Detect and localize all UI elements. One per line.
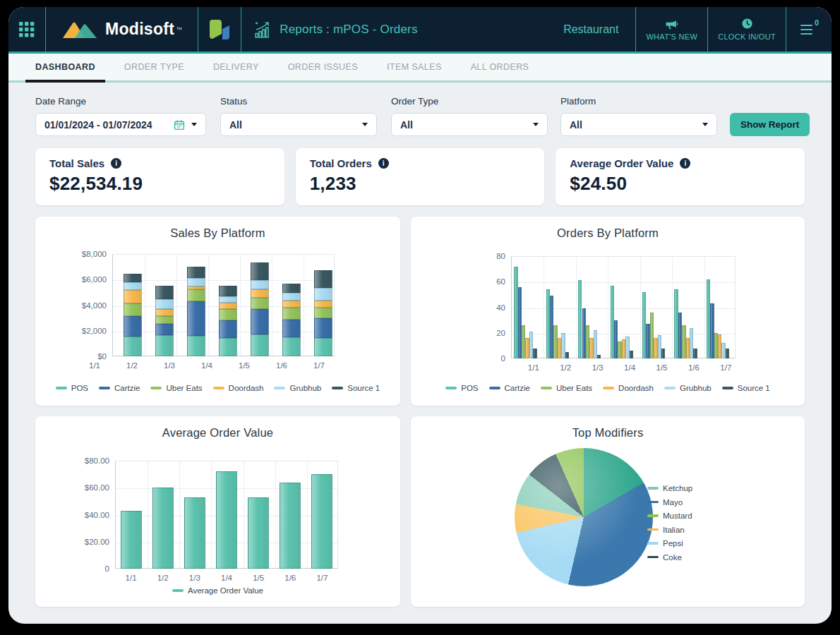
legend-item-italian[interactable]: Italian [647,526,692,534]
legend-item-source-1[interactable]: Source 1 [722,384,770,392]
legend-label: POS [71,384,88,392]
orders-by-platform-chart: Orders By Platform 8060402001/11/21/31/4… [411,217,805,406]
bar-segment-grubhub [155,299,174,309]
whats-new-button[interactable]: WHAT'S NEW [635,7,707,52]
legend-item-doordash[interactable]: Doordash [213,384,264,392]
bar-segment-pos [282,337,301,356]
legend-swatch-icon [722,387,733,389]
store-name[interactable]: Restaurant [546,7,635,52]
total-orders-label: Total Orders [310,157,372,169]
bar-segment-doordash [251,289,269,298]
clock-in-out-button[interactable]: CLOCK IN/OUT [707,7,786,52]
x-axis-tick: 1/2 [126,361,138,370]
legend-item-grubhub[interactable]: Grubhub [664,384,712,392]
app-window: Modisoft ™ Reports : mPOS - Orders Resta… [8,7,832,624]
legend-label: Italian [663,526,685,534]
total-orders-value: 1,233 [310,173,531,195]
modisoft-logo[interactable]: Modisoft ™ [46,7,198,52]
legend-label: Uber Eats [556,384,592,392]
legend-swatch-icon [56,387,67,389]
legend-item-pepsi[interactable]: Pepsi [647,539,692,548]
info-icon[interactable] [680,158,690,169]
y-axis-tick: $8,000 [63,250,107,258]
x-axis-tick: 1/3 [592,363,604,372]
brand-name: Modisoft [105,20,174,39]
tab-order-type[interactable]: ORDER TYPE [124,54,184,80]
bar-segment-pos [155,335,174,356]
info-icon[interactable] [378,158,389,169]
tab-item-sales[interactable]: ITEM SALES [387,54,442,80]
date-caret-icon [191,123,197,126]
legend-item-mustard[interactable]: Mustard [647,512,692,520]
total-sales-value: $22,534.19 [49,173,270,195]
bar-segment-doordash [124,290,142,303]
legend-item-average-order-value[interactable]: Average Order Value [172,586,263,595]
stat-cards: Total Sales $22,534.19 Total Orders 1,23… [35,148,805,205]
legend-item-ketchup[interactable]: Ketchup [647,484,692,492]
brand-trademark: ™ [176,26,182,33]
legend-item-pos[interactable]: POS [445,384,478,392]
menu-button[interactable]: 0 [786,7,832,52]
x-axis-tick: 1/1 [528,363,539,372]
x-axis-tick: 1/7 [313,361,325,370]
gridline [113,280,334,281]
bar-segment-pos [187,336,205,356]
bar-segment-pos [124,337,142,356]
bar-segment-source-1 [124,274,142,282]
tab-dashboard[interactable]: DASHBOARD [35,54,95,80]
legend-item-mayo[interactable]: Mayo [647,498,692,507]
legend-label: Mayo [663,498,683,507]
status-value: All [229,119,242,131]
y-axis-tick: $0 [63,352,107,361]
legend-item-uber-eats[interactable]: Uber Eats [541,384,592,392]
show-report-button[interactable]: Show Report [730,113,810,136]
legend-swatch-icon [647,501,659,504]
legend-item-cartzie[interactable]: Cartzie [489,384,530,392]
bar-segment-grubhub [187,278,205,286]
status-select[interactable]: All [220,113,377,136]
legend-label: Source 1 [347,384,380,392]
legend-item-cartzie[interactable]: Cartzie [99,384,140,392]
bar-segment-source-1 [187,267,205,278]
legend-swatch-icon [213,387,224,389]
order-type-value: All [400,119,413,131]
info-icon[interactable] [111,158,121,169]
legend-item-grubhub[interactable]: Grubhub [274,384,321,392]
page-title-area: Reports : mPOS - Orders [241,7,430,52]
bar-segment-grubhub [282,293,301,300]
bar-1/2 [152,488,174,569]
apps-grid-button[interactable] [8,7,46,52]
legend-item-doordash[interactable]: Doordash [603,384,654,392]
legend-label: Cartzie [114,384,140,392]
platform-select[interactable]: All [560,113,717,136]
order-type-select[interactable]: All [391,113,548,136]
bar-1/4 [216,471,237,569]
reports-chart-icon [254,20,272,39]
date-range-input[interactable]: 01/01/2024 - 01/07/2024 [35,113,206,136]
sales-by-platform-chart: Sales By Platform $8,000$6,000$4,000$2,0… [35,217,400,406]
legend-item-uber-eats[interactable]: Uber Eats [150,384,202,392]
gridline [240,255,241,356]
bar-segment-cartzie [124,316,142,337]
gridline [211,461,212,568]
legend-swatch-icon [647,514,659,517]
pie-legend: KetchupMayoMustardItalianPepsiCoke [647,484,692,562]
legend-label: Uber Eats [166,384,202,392]
legend-item-coke[interactable]: Coke [647,553,692,562]
legend-swatch-icon [647,487,659,490]
cartzie-tile-icon [208,17,232,42]
legend-item-pos[interactable]: POS [56,384,88,392]
legend-label: Grubhub [289,384,321,392]
legend-swatch-icon [647,542,659,545]
gridline [672,257,673,358]
tab-delivery[interactable]: DELIVERY [213,54,259,80]
tab-order-issues[interactable]: ORDER ISSUES [288,54,358,80]
gridline [179,461,180,568]
x-axis-tick: 1/7 [720,363,731,372]
x-axis-tick: 1/6 [276,361,287,370]
cartzie-logo[interactable] [198,7,241,52]
legend-item-source-1[interactable]: Source 1 [332,384,380,392]
x-axis-tick: 1/4 [221,574,232,582]
tab-all-orders[interactable]: ALL ORDERS [471,54,529,80]
bar-segment-source-1 [251,262,269,281]
